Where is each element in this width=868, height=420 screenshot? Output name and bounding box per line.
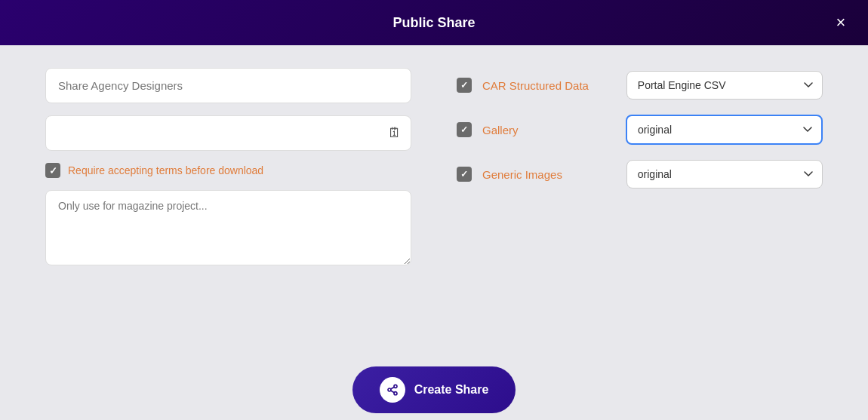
require-terms-row: Require accepting terms before download <box>45 163 411 178</box>
modal-title: Public Share <box>392 15 475 31</box>
create-share-button[interactable]: Create Share <box>352 366 516 413</box>
left-column: 11/26/2020 🗓 Require accepting terms bef… <box>45 68 411 345</box>
right-column: CAR Structured Data Portal Engine CSV Ex… <box>457 68 823 345</box>
car-structured-label: CAR Structured Data <box>482 79 616 92</box>
svg-line-3 <box>390 391 394 393</box>
generic-images-label: Generic Images <box>482 168 616 181</box>
gallery-select[interactable]: original thumbnail large medium <box>626 115 823 145</box>
svg-line-4 <box>390 387 394 389</box>
close-button[interactable]: × <box>829 11 853 35</box>
generic-images-checkbox[interactable] <box>457 167 472 182</box>
gallery-label: Gallery <box>482 124 615 136</box>
require-terms-checkbox[interactable] <box>45 163 60 178</box>
gallery-row: Gallery original thumbnail large medium <box>457 115 823 145</box>
create-share-label: Create Share <box>414 383 489 397</box>
car-structured-data-row: CAR Structured Data Portal Engine CSV Ex… <box>457 71 823 100</box>
modal-header: Public Share × <box>0 0 868 45</box>
gallery-checkbox[interactable] <box>457 122 472 137</box>
date-input[interactable]: 11/26/2020 <box>46 116 411 150</box>
notes-textarea[interactable] <box>45 190 411 265</box>
modal-footer: Create Share <box>0 360 868 420</box>
share-icon <box>380 377 405 403</box>
car-structured-select[interactable]: Portal Engine CSV Excel CSV JSON <box>626 71 823 100</box>
generic-images-row: Generic Images original thumbnail large … <box>457 160 823 189</box>
car-structured-checkbox[interactable] <box>457 78 472 93</box>
generic-images-select[interactable]: original thumbnail large medium <box>626 160 823 189</box>
date-wrapper: 11/26/2020 🗓 <box>45 115 411 151</box>
share-name-input[interactable] <box>45 68 411 103</box>
require-terms-label: Require accepting terms before download <box>68 164 263 176</box>
modal-body: 11/26/2020 🗓 Require accepting terms bef… <box>0 45 868 360</box>
